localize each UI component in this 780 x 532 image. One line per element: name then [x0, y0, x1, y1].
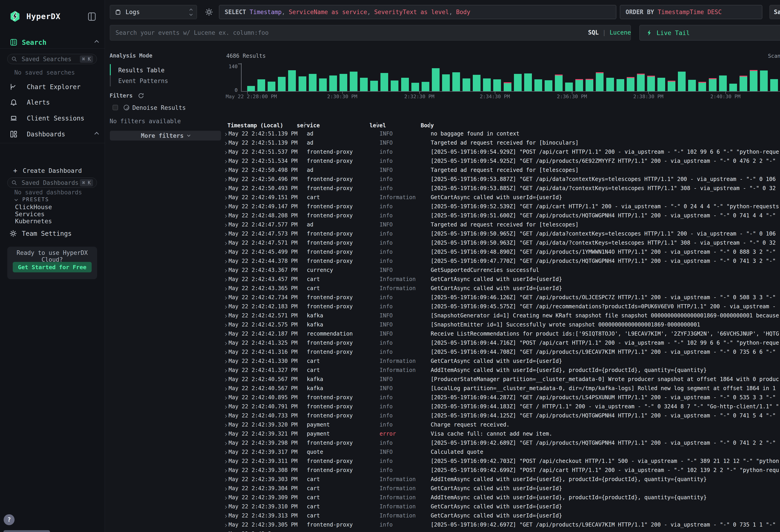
table-row[interactable]: May 22 2:42:39.321 PMpaymenterrorVisa ca…	[222, 429, 780, 438]
preset-kubernetes[interactable]: Kubernetes	[15, 217, 52, 225]
table-row[interactable]: May 22 2:42:39.304 PMcartInformationGetC…	[222, 484, 780, 493]
tab-event-patterns[interactable]: Event Patterns	[118, 78, 168, 84]
row-expand-icon[interactable]	[222, 176, 229, 182]
row-expand-icon[interactable]	[222, 258, 229, 264]
table-row[interactable]: May 22 2:42:42.187 PMrecommendationINFOR…	[222, 329, 780, 338]
order-by-input[interactable]: ORDER BY TimestampTime DESC	[620, 5, 762, 19]
row-expand-icon[interactable]	[222, 249, 229, 255]
lucene-toggle-label[interactable]: Lucene	[610, 29, 631, 36]
table-row[interactable]: May 22 2:42:51.139 PMadINFOno baggage fo…	[222, 129, 780, 138]
saved-dashboards-input[interactable]: Saved Dashboards ⌘ K	[7, 178, 97, 188]
table-row[interactable]: May 22 2:42:41.316 PMfrontend-proxyinfo[…	[222, 347, 780, 356]
row-expand-icon[interactable]	[222, 294, 229, 300]
row-expand-icon[interactable]	[222, 476, 229, 482]
saved-searches-input[interactable]: Saved Searches ⌘ K	[7, 54, 97, 64]
gear-icon[interactable]	[205, 8, 213, 16]
table-row[interactable]: May 22 2:42:39.298 PMfrontend-proxyinfo[…	[222, 438, 780, 447]
row-expand-icon[interactable]	[222, 167, 229, 173]
query-language-toggle[interactable]: SQL | Lucene	[588, 29, 631, 36]
table-row[interactable]: May 22 2:42:39.310 PMcartInformationGetC…	[222, 502, 780, 511]
more-filters-button[interactable]: More filters	[110, 131, 221, 141]
table-row[interactable]: May 22 2:42:49.147 PMfrontend-proxyinfo[…	[222, 202, 780, 211]
table-row[interactable]: May 22 2:42:43.365 PMcartInformationGetC…	[222, 284, 780, 293]
table-row[interactable]: May 22 2:42:39.305 PMfrontend-proxyinfo[…	[222, 520, 780, 529]
row-expand-icon[interactable]	[222, 231, 229, 237]
table-row[interactable]: May 22 2:42:39.309 PMcartInformationAddI…	[222, 493, 780, 502]
table-row[interactable]: May 22 2:42:39.308 PMfrontend-proxyinfo[…	[222, 466, 780, 475]
row-expand-icon[interactable]	[222, 531, 229, 532]
sql-toggle-label[interactable]: SQL	[588, 29, 599, 36]
table-row[interactable]: May 22 2:42:50.498 PMadINFOTargeted ad r…	[222, 165, 780, 175]
column-drag-handle[interactable]: ⋮	[302, 121, 308, 128]
table-row[interactable]: May 22 2:42:41.330 PMcartInformationGetC…	[222, 356, 780, 366]
table-row[interactable]: May 22 2:42:49.151 PMcartInformationGetC…	[222, 193, 780, 202]
refresh-icon[interactable]	[138, 92, 144, 99]
table-row[interactable]: May 22 2:42:41.327 PMcartInformationAddI…	[222, 366, 780, 375]
table-row[interactable]: May 22 2:42:51.139 PMadINFOTargeted ad r…	[222, 138, 780, 147]
preset-services[interactable]: Services	[15, 210, 45, 217]
table-row[interactable]: May 22 2:42:43.457 PMcartInformationGetC…	[222, 275, 780, 284]
tab-results-table[interactable]: Results Table	[118, 67, 165, 74]
table-row[interactable]: May 22 2:42:43.367 PMcurrencyINFOGetSupp…	[222, 265, 780, 275]
table-row[interactable]: May 22 2:42:39.303 PMcartInformationAddI…	[222, 475, 780, 484]
row-expand-icon[interactable]	[222, 340, 229, 346]
row-expand-icon[interactable]	[222, 422, 229, 428]
row-expand-icon[interactable]	[222, 513, 229, 519]
row-expand-icon[interactable]	[222, 322, 229, 328]
table-row[interactable]: May 22 2:42:45.499 PMfrontend-proxyinfo[…	[222, 247, 780, 256]
row-expand-icon[interactable]	[222, 385, 229, 391]
column-drag-handle[interactable]: ⋮	[374, 121, 380, 128]
table-row[interactable]: May 22 2:42:51.537 PMfrontend-proxyinfo[…	[222, 147, 780, 156]
row-expand-icon[interactable]	[222, 267, 229, 273]
select-query-input[interactable]: SELECT Timestamp, ServiceName as service…	[219, 5, 616, 19]
row-expand-icon[interactable]	[222, 494, 229, 501]
row-expand-icon[interactable]	[222, 458, 229, 464]
table-row[interactable]: May 22 2:42:51.534 PMfrontend-proxyinfo[…	[222, 156, 780, 165]
row-expand-icon[interactable]	[222, 276, 229, 282]
row-expand-icon[interactable]	[222, 131, 229, 137]
table-row[interactable]: May 22 2:42:42.571 PMkafkaINFO[SnapshotG…	[222, 311, 780, 320]
sidebar-item-client-sessions[interactable]: Client Sessions	[0, 112, 105, 125]
sidebar-item-chart-explorer[interactable]: Chart Explorer	[0, 81, 105, 93]
live-tail-button[interactable]: Live Tail	[639, 25, 780, 41]
table-row[interactable]: May 22 2:42:40.733 PMfrontend-proxyinfo[…	[222, 411, 780, 420]
row-expand-icon[interactable]	[222, 413, 229, 419]
header-timestamp[interactable]: Timestamp (Local)	[222, 122, 297, 129]
table-row[interactable]: May 22 2:42:50.496 PMfrontend-proxyinfo[…	[222, 175, 780, 184]
denoise-checkbox[interactable]	[112, 105, 118, 110]
table-row[interactable]: May 22 2:42:42.575 PMkafkaINFO[SnapshotE…	[222, 320, 780, 329]
sidebar-item-dashboards[interactable]: Dashboards	[0, 128, 105, 141]
row-expand-icon[interactable]	[222, 149, 229, 155]
table-row[interactable]: May 22 2:42:40.567 PMkafkaINFO[LocalLog …	[222, 384, 780, 393]
row-expand-icon[interactable]	[222, 467, 229, 473]
events-histogram[interactable]: 140 0 May 22 2:28:00 PM2:30:30 PM2:32:30…	[222, 61, 780, 91]
row-expand-icon[interactable]	[222, 349, 229, 355]
row-expand-icon[interactable]	[222, 194, 229, 200]
table-row[interactable]: May 22 2:42:48.208 PMfrontend-proxyinfo[…	[222, 211, 780, 220]
save-button[interactable]: Sa	[770, 5, 780, 19]
table-row[interactable]: May 22 2:42:40.567 PMkafkaINFO[ProducerS…	[222, 375, 780, 384]
header-service[interactable]: service	[297, 122, 370, 129]
table-row[interactable]: May 22 2:42:47.577 PMadINFOTargeted ad r…	[222, 220, 780, 229]
header-body[interactable]: Body	[421, 122, 780, 129]
sidebar-item-alerts[interactable]: Alerts	[0, 96, 105, 109]
row-expand-icon[interactable]	[222, 331, 229, 337]
table-row[interactable]: May 22 2:42:44.378 PMfrontend-proxyinfo[…	[222, 256, 780, 265]
row-expand-icon[interactable]	[222, 303, 229, 310]
table-row[interactable]: May 22 2:42:42.734 PMfrontend-proxyinfo[…	[222, 293, 780, 302]
table-row[interactable]: May 22 2:42:39.313 PMcartInformationGetC…	[222, 511, 780, 520]
source-select[interactable]: Logs	[110, 5, 197, 19]
row-expand-icon[interactable]	[222, 222, 229, 228]
row-expand-icon[interactable]	[222, 367, 229, 373]
sidebar-item-team-settings[interactable]: Team Settings	[0, 227, 105, 240]
row-expand-icon[interactable]	[222, 358, 229, 364]
help-button[interactable]: ?	[4, 514, 14, 525]
create-dashboard-button[interactable]: + Create Dashboard	[0, 164, 105, 177]
row-expand-icon[interactable]	[222, 203, 229, 210]
row-expand-icon[interactable]	[222, 503, 229, 510]
table-row[interactable]: May 22 2:42:42.183 PMfrontend-proxyinfo[…	[222, 302, 780, 311]
row-expand-icon[interactable]	[222, 394, 229, 400]
row-expand-icon[interactable]	[222, 240, 229, 246]
row-expand-icon[interactable]	[222, 449, 229, 455]
row-expand-icon[interactable]	[222, 312, 229, 319]
